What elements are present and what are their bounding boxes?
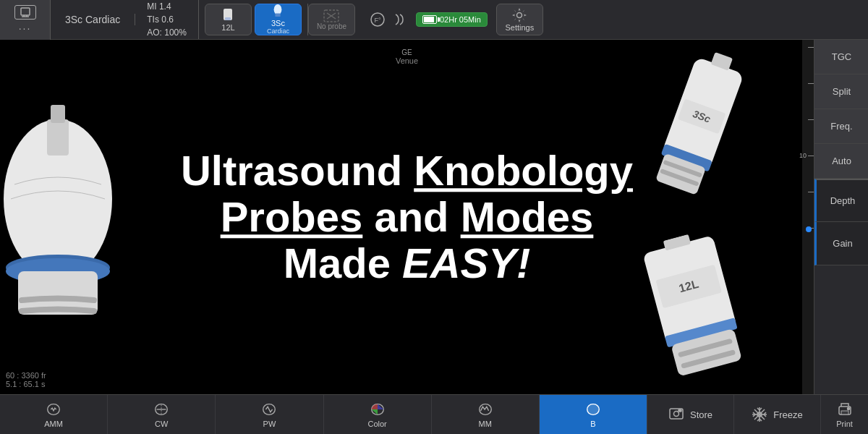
svg-rect-5 — [225, 17, 231, 20]
bottom-info: 60 : 3360 fr 5.1 : 65.1 s — [6, 371, 46, 388]
color-button[interactable]: Color — [324, 395, 432, 435]
fc-icons: F° — [370, 12, 407, 27]
svg-rect-18 — [47, 119, 69, 156]
store-button[interactable]: Store — [647, 395, 734, 435]
top-icons: F° 02Hr 05Min — [361, 4, 868, 35]
scan-icon — [14, 5, 36, 20]
freeze-button[interactable]: Freeze — [734, 395, 821, 435]
probe-3sc-button[interactable]: 3Sc Cardiac — [255, 4, 302, 35]
svg-point-48 — [847, 407, 849, 409]
battery-icon — [422, 15, 437, 24]
pw-button[interactable]: PW — [216, 395, 323, 435]
watermark: GE Venue — [396, 48, 418, 65]
main-area: GE Venue 3Sc — [0, 40, 868, 394]
probe-buttons: 12L 3Sc Cardiac — [199, 4, 308, 35]
title-line1: Ultrasound Knobology — [154, 148, 660, 194]
menu-button[interactable]: ··· — [0, 0, 51, 40]
settings-button[interactable]: Settings — [496, 4, 543, 35]
print-button[interactable]: Print — [821, 395, 868, 435]
right-panel: TGC Split Freq. Auto Depth Gain — [814, 40, 868, 394]
ultrasound-viewport[interactable]: GE Venue 3Sc — [0, 40, 814, 394]
b-mode-button[interactable]: B — [540, 395, 647, 435]
dots-icon: ··· — [19, 22, 32, 34]
svg-point-6 — [274, 4, 282, 14]
probe-label: 3Sc Cardiac — [51, 14, 135, 25]
tgc-button[interactable]: TGC — [814, 40, 868, 75]
probe-curvilinear-image — [0, 83, 174, 336]
depth-ruler: 10 — [802, 40, 814, 394]
gain-button[interactable]: Gain — [814, 222, 868, 265]
svg-rect-19 — [51, 105, 65, 123]
svg-rect-0 — [21, 8, 30, 15]
mm-button[interactable]: MM — [432, 395, 540, 435]
probe-12l-button[interactable]: 12L — [205, 4, 252, 35]
svg-text:F°: F° — [374, 17, 380, 24]
svg-rect-7 — [276, 14, 281, 17]
bottom-bar: AMM CW PW Color MM — [0, 394, 868, 434]
title-line2: Probes and Modes — [154, 194, 660, 240]
title-overlay: Ultrasound Knobology Probes and Modes Ma… — [154, 148, 660, 286]
ruler-dot — [806, 226, 812, 232]
title-line3: Made EASY! — [154, 240, 660, 286]
top-bar: ··· 3Sc Cardiac MI 1.4 TIs 0.6 AO: 100% … — [0, 0, 868, 40]
auto-button[interactable]: Auto — [814, 144, 868, 179]
svg-rect-47 — [841, 411, 848, 414]
svg-rect-40 — [678, 409, 681, 412]
svg-point-39 — [673, 412, 678, 417]
depth-button[interactable]: Depth — [814, 179, 868, 222]
svg-point-13 — [517, 13, 522, 18]
battery-indicator: 02Hr 05Min — [416, 12, 488, 27]
split-button[interactable]: Split — [814, 75, 868, 109]
amm-button[interactable]: AMM — [0, 395, 108, 435]
mi-info: MI 1.4 TIs 0.6 AO: 100% — [135, 0, 199, 39]
cw-button[interactable]: CW — [108, 395, 216, 435]
no-probe-indicator: No probe — [308, 4, 355, 35]
freq-button[interactable]: Freq. — [814, 109, 868, 144]
